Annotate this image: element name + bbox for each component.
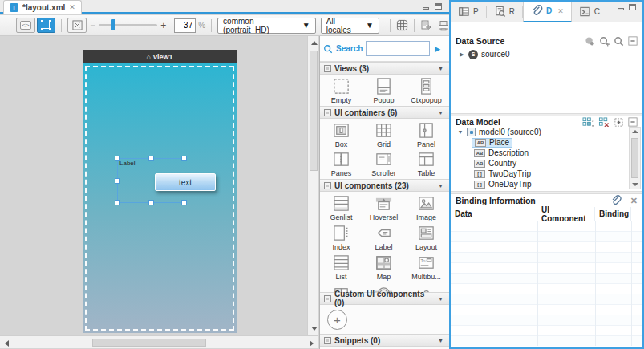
data-model-root[interactable]: ▼model0 (source0) [451, 127, 642, 137]
model-field-inner[interactable]: [ ]TwoDayTrip [472, 169, 533, 179]
add-custom-component-button[interactable]: + [327, 310, 347, 330]
fit-to-screen-button[interactable] [67, 18, 87, 33]
palette-item-list[interactable]: List [320, 253, 363, 282]
zoom-in-button[interactable]: + [160, 20, 166, 31]
palette-item-table[interactable]: Table [405, 149, 448, 178]
configuration-dropdown[interactable]: common (portrait_HD) ▼ [217, 18, 316, 34]
zoom-out-button[interactable]: − [90, 20, 95, 31]
resize-handle[interactable] [181, 156, 187, 161]
palette-item-grid[interactable]: Grid [363, 120, 405, 149]
palette-section-custom[interactable]: Custom UI components (0) ▼ [320, 292, 449, 305]
model-field-inner[interactable]: ABDescription [472, 148, 531, 158]
search-go-icon[interactable]: ▶ [435, 45, 440, 53]
scroll-up-icon[interactable] [311, 41, 318, 45]
zoom-level-input[interactable] [174, 18, 196, 33]
model-field-inner[interactable]: [ ]OneDayTrip [472, 180, 534, 189]
model-field-place[interactable]: ABPlace [451, 137, 642, 148]
vertical-scroll-thumb[interactable] [310, 51, 318, 171]
remove-model-icon[interactable] [598, 117, 610, 128]
panel-tab-r[interactable]: R [487, 2, 522, 22]
palette-item-hoversel[interactable]: Hoversel [363, 193, 405, 222]
model-field-onedaytrip[interactable]: [ ]OneDayTrip [451, 179, 642, 189]
model-field-country[interactable]: ABCountry [451, 158, 642, 168]
palette-section-containers[interactable]: UI containers (6) ▼ [320, 106, 449, 119]
minimize-icon[interactable] [423, 7, 429, 10]
panel-tab-p[interactable]: P [451, 2, 486, 22]
palette-item-genlist[interactable]: Genlist [320, 193, 363, 222]
palette-item-popup[interactable]: Popup [363, 76, 405, 105]
canvas-vertical-scrollbar[interactable] [307, 36, 318, 335]
collapse-section-icon[interactable] [628, 117, 638, 127]
data-model-scrollbar[interactable] [629, 127, 641, 189]
palette-section-components[interactable]: UI components (23) ▼ [320, 179, 449, 192]
scroll-thumb[interactable] [631, 138, 638, 178]
chevron-down-icon[interactable]: ▼ [438, 338, 444, 343]
grid-toggle-button[interactable] [396, 19, 408, 31]
palette-search-input[interactable] [366, 41, 430, 56]
panel-tab-c[interactable]: C [572, 2, 607, 22]
preview-on-device-button[interactable] [438, 20, 449, 31]
close-icon[interactable]: ✕ [69, 3, 75, 11]
panel-tab-d[interactable]: D✕ [523, 2, 572, 22]
palette-section-snippets[interactable]: Snippets (0) ▼ [320, 334, 449, 347]
resize-handle[interactable] [148, 200, 154, 205]
view-body[interactable]: Label text [83, 63, 237, 333]
model-field-description[interactable]: ABDescription [451, 148, 642, 158]
add-source-icon[interactable] [599, 36, 610, 47]
resize-handle[interactable] [181, 200, 187, 205]
palette-item-map[interactable]: Map [363, 253, 405, 282]
model-field-inner[interactable]: ABPlace [472, 138, 512, 148]
scroll-down-icon[interactable] [632, 183, 638, 186]
palette-item-image[interactable]: Image [405, 193, 448, 222]
data-source-item-source0[interactable]: ▶Ssource0 [451, 49, 642, 59]
model-field-inner[interactable]: ABCountry [472, 159, 519, 168]
scroll-down-icon[interactable] [311, 327, 318, 331]
palette-item-scroller[interactable]: Scroller [363, 149, 405, 178]
search-source-icon[interactable] [614, 36, 624, 47]
binding-table-body[interactable] [451, 221, 642, 346]
chevron-down-icon[interactable]: ▼ [438, 183, 444, 189]
chevron-down-icon[interactable]: ▼ [438, 66, 444, 71]
resize-handle[interactable] [115, 156, 120, 161]
locales-dropdown[interactable]: All locales ▼ [321, 18, 379, 34]
collapse-section-icon[interactable] [628, 36, 638, 46]
palette-item-panes[interactable]: Panes [320, 149, 363, 178]
minimize-icon[interactable] [618, 8, 624, 10]
resize-handle[interactable] [115, 200, 120, 205]
scroll-right-icon[interactable] [310, 340, 314, 347]
clear-bindings-icon[interactable]: ✕ [630, 196, 638, 206]
paperclip-icon[interactable] [610, 195, 622, 206]
palette-item-index[interactable]: Index [320, 223, 363, 252]
palette-item-empty[interactable]: Empty [320, 76, 363, 105]
chevron-down-icon[interactable]: ▼ [438, 110, 444, 116]
design-canvas[interactable]: ⌂ view1 Label [0, 36, 318, 335]
connect-source-icon[interactable] [585, 36, 595, 47]
maximize-icon[interactable] [435, 3, 442, 10]
resize-handle[interactable] [115, 178, 120, 184]
resize-handle[interactable] [148, 156, 154, 161]
close-icon[interactable]: ✕ [557, 7, 564, 15]
palette-item-ctxpopup[interactable]: Ctxpopup [405, 76, 448, 105]
editor-tab-layout-xml[interactable]: T *layout.xml ✕ [3, 0, 82, 14]
maximize-icon[interactable] [629, 4, 636, 10]
scroll-up-icon[interactable] [632, 130, 638, 133]
scroll-left-icon[interactable] [5, 340, 9, 347]
zoom-slider[interactable] [99, 24, 157, 26]
chevron-down-icon[interactable]: ▼ [438, 296, 444, 302]
palette-item-panel[interactable]: Panel [405, 120, 448, 149]
extract-layout-button[interactable] [420, 20, 431, 31]
add-model-icon[interactable] [582, 117, 594, 128]
palette-item-multibu[interactable]: To:Multibu... [405, 253, 448, 282]
binding-column-ui-component[interactable]: UI Component [537, 207, 595, 221]
button-widget[interactable]: text [155, 173, 216, 191]
horizontal-scroll-thumb[interactable] [92, 339, 206, 347]
binding-column-binding[interactable]: Binding [595, 207, 631, 221]
canvas-horizontal-scrollbar[interactable] [0, 335, 318, 348]
expander-icon[interactable]: ▶ [459, 51, 465, 58]
palette-item-box[interactable]: Box [320, 120, 363, 149]
palette-item-layout[interactable]: Layout [405, 223, 448, 252]
palette-section-views[interactable]: Views (3) ▼ [320, 62, 449, 75]
expand-all-icon[interactable] [614, 117, 624, 128]
zoom-slider-thumb[interactable] [111, 19, 115, 30]
model-field-twodaytrip[interactable]: [ ]TwoDayTrip [451, 168, 642, 179]
